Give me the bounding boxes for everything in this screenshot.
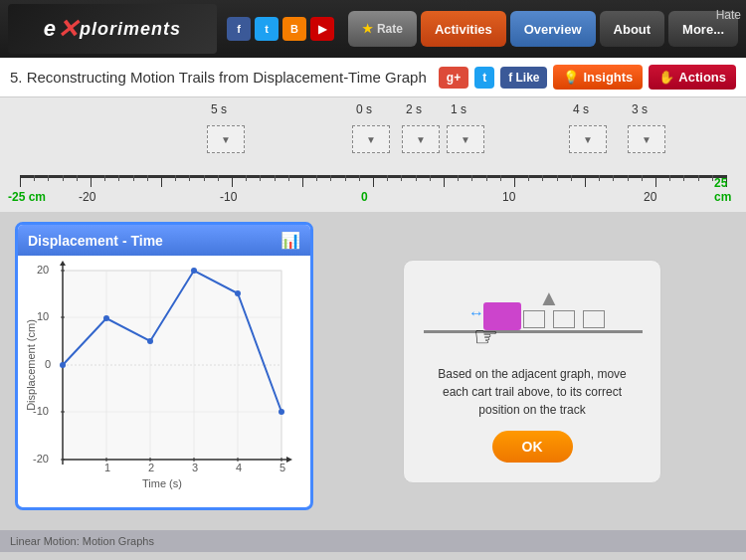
svg-text:Time (s): Time (s): [142, 477, 182, 489]
demo-up-arrow: ▲: [538, 285, 560, 311]
ruler-label-20: 20: [644, 190, 656, 204]
instruction-text: Based on the adjacent graph, move each c…: [424, 365, 641, 419]
activities-label: Activities: [435, 22, 492, 37]
svg-text:3: 3: [192, 462, 198, 473]
demo-small-cart-2: [553, 310, 575, 328]
star-icon: ★: [362, 22, 373, 36]
rate-button[interactable]: ★ Rate: [348, 11, 417, 47]
finger-icon: ☞: [473, 320, 498, 353]
ok-button[interactable]: OK: [492, 431, 573, 463]
svg-text:Displacement (cm): Displacement (cm): [25, 319, 37, 411]
svg-text:1: 1: [104, 462, 110, 473]
bottom-status-text: Linear Motion: Motion Graphs: [10, 535, 154, 547]
cart-3s[interactable]: ▼: [628, 125, 665, 153]
time-label-0s: 0 s: [356, 102, 372, 116]
facebook-like-button[interactable]: f Like: [500, 67, 547, 89]
subtitle-bar: 5. Reconstructing Motion Trails from Dis…: [0, 58, 746, 97]
svg-text:10: 10: [37, 310, 49, 322]
right-panel: ▲ ↔ ☞ Based on the adjacent g: [333, 222, 731, 520]
youtube-icon[interactable]: ▶: [310, 17, 334, 41]
logo-rest: ploriments: [80, 19, 181, 40]
logo-e: e: [44, 16, 57, 42]
blog-icon[interactable]: B: [282, 17, 306, 41]
lightbulb-icon: 💡: [563, 70, 579, 85]
demo-track: ▲ ↔ ☞: [424, 280, 643, 350]
more-label: More...: [682, 22, 724, 37]
graph-header: Displacement - Time 📊: [18, 225, 310, 256]
hate-button[interactable]: Hate: [716, 8, 741, 22]
cart-2s[interactable]: ▼: [402, 125, 440, 153]
svg-point-36: [103, 315, 109, 321]
ruler-label-10: 10: [502, 190, 515, 204]
svg-text:5: 5: [280, 462, 285, 473]
ruler-label--20: -20: [79, 190, 95, 204]
track-area: 5 s 0 s 2 s 1 s 4 s 3 s ▼ ▼ ▼ ▼ ▼ ▼ (fun…: [0, 97, 746, 212]
down-arrow-4s: ▼: [583, 134, 593, 145]
graph-title: Displacement - Time: [28, 233, 163, 249]
overview-button[interactable]: Overview: [510, 11, 596, 47]
logo-x: ✕: [57, 14, 80, 45]
svg-marker-13: [286, 457, 292, 463]
about-button[interactable]: About: [600, 11, 665, 47]
demo-track-line: [424, 330, 643, 333]
chart-icon[interactable]: 📊: [280, 231, 300, 250]
svg-point-38: [191, 268, 197, 274]
insights-button[interactable]: 💡 Insights: [553, 65, 643, 90]
main-content: Displacement - Time 📊: [0, 212, 746, 530]
cart-4s[interactable]: ▼: [569, 125, 607, 153]
down-arrow-2s: ▼: [416, 134, 426, 145]
instruction-box: ▲ ↔ ☞ Based on the adjacent g: [403, 260, 661, 483]
nav-right-group: ★ Rate Activities Overview About More...: [348, 11, 738, 47]
displacement-chart: 1 2 3 4 5 0 10 20 -10: [23, 261, 301, 499]
down-arrow-3s: ▼: [642, 134, 652, 145]
ruler-label-25: 25 cm: [714, 176, 746, 204]
time-label-3s: 3 s: [632, 102, 648, 116]
svg-point-40: [279, 409, 284, 415]
svg-text:20: 20: [37, 264, 49, 276]
subtitle-actions: g+ t f Like 💡 Insights ✋ Actions: [439, 65, 736, 90]
hand-icon: ✋: [658, 70, 674, 85]
facebook-icon[interactable]: f: [227, 17, 251, 41]
page-title: 5. Reconstructing Motion Trails from Dis…: [10, 69, 439, 86]
ruler: (function(){ const rc = document.getElem…: [0, 169, 746, 204]
ruler-label--25: -25 cm: [8, 190, 46, 204]
cart-5s[interactable]: ▼: [207, 125, 245, 153]
ruler-label-0: 0: [361, 190, 368, 204]
cart-1s[interactable]: ▼: [447, 125, 484, 153]
gplus-button[interactable]: g+: [439, 67, 468, 89]
svg-text:4: 4: [236, 462, 242, 473]
demo-small-cart-3: [583, 310, 605, 328]
social-icons-group: f t B ▶: [227, 17, 334, 41]
twitter-icon[interactable]: t: [255, 17, 279, 41]
svg-text:0: 0: [45, 358, 51, 370]
about-label: About: [614, 22, 652, 37]
down-arrow-5s: ▼: [221, 134, 231, 145]
svg-point-35: [60, 362, 66, 368]
down-arrow-1s: ▼: [461, 134, 470, 145]
time-label-1s: 1 s: [451, 102, 466, 116]
actions-label: Actions: [678, 70, 726, 85]
time-label-2s: 2 s: [406, 102, 422, 116]
down-arrow-0s: ▼: [366, 134, 376, 145]
graph-body: 1 2 3 4 5 0 10 20 -10: [18, 256, 310, 508]
cart-0s[interactable]: ▼: [352, 125, 390, 153]
demo-small-cart-1: [523, 310, 545, 328]
svg-point-39: [235, 290, 241, 296]
overview-label: Overview: [524, 22, 582, 37]
svg-text:2: 2: [148, 462, 154, 473]
bottom-bar: Linear Motion: Motion Graphs: [0, 530, 746, 552]
insights-label: Insights: [583, 70, 633, 85]
activities-button[interactable]: Activities: [421, 11, 506, 47]
actions-button[interactable]: ✋ Actions: [649, 65, 736, 90]
logo: e✕ploriments: [8, 4, 217, 54]
time-label-4s: 4 s: [573, 102, 589, 116]
svg-marker-14: [60, 261, 66, 266]
ruler-label--10: -10: [220, 190, 237, 204]
twitter-share-button[interactable]: t: [474, 67, 494, 89]
time-label-5s: 5 s: [211, 102, 227, 116]
rate-label: Rate: [377, 22, 403, 36]
graph-panel: Displacement - Time 📊: [15, 222, 313, 510]
svg-text:-20: -20: [33, 453, 49, 465]
svg-point-37: [147, 338, 153, 344]
top-navigation-bar: e✕ploriments f t B ▶ ★ Rate Activities O…: [0, 0, 746, 58]
